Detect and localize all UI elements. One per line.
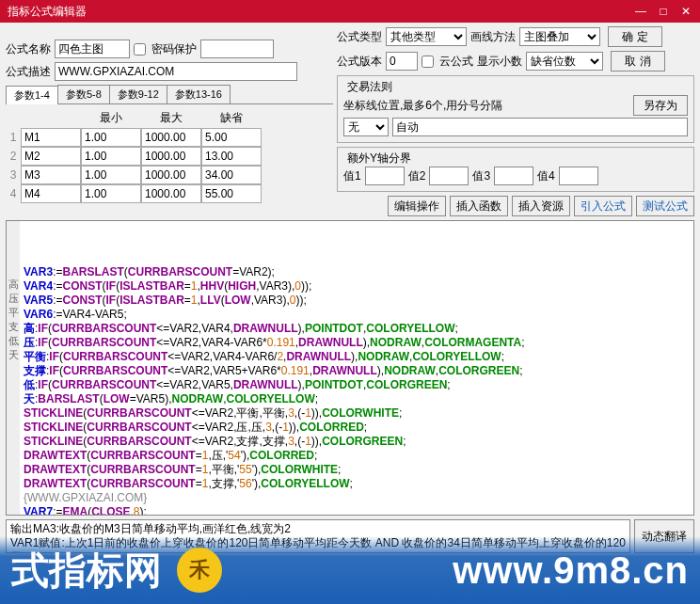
test-formula-button[interactable]: 测试公式 <box>636 196 694 216</box>
val4-label: 值4 <box>537 168 555 184</box>
param-min-input[interactable] <box>81 166 141 184</box>
tab-params-1-4[interactable]: 参数1-4 <box>6 86 58 104</box>
formula-type-select[interactable]: 其他类型 <box>386 27 467 46</box>
val3-input[interactable] <box>494 167 533 185</box>
param-max-input[interactable] <box>141 166 201 184</box>
window-title: 指标公式编辑器 <box>4 4 630 20</box>
param-def-input[interactable] <box>201 147 262 166</box>
import-formula-button[interactable]: 引入公式 <box>574 196 632 216</box>
watermark-left: 式指标网 <box>11 545 162 596</box>
param-name-input[interactable] <box>21 147 81 166</box>
titlebar: 指标公式编辑器 — □ ✕ <box>0 0 700 23</box>
formula-desc-label: 公式描述 <box>6 64 51 80</box>
table-row: 2 <box>6 147 262 166</box>
insert-func-button[interactable]: 插入函数 <box>450 196 508 216</box>
trade-rule-label: 交易法则 <box>343 79 396 95</box>
extra-y-label: 额外Y轴分界 <box>343 151 415 167</box>
param-name-input[interactable] <box>21 128 81 147</box>
insert-res-button[interactable]: 插入资源 <box>512 196 570 216</box>
maximize-button[interactable]: □ <box>653 3 674 20</box>
show-decimals-select[interactable]: 缺省位数 <box>526 52 603 71</box>
desc-line: 输出MA3:收盘价的M3日简单移动平均,画洋红色,线宽为2 <box>10 522 626 536</box>
trade-rule-select[interactable]: 无 <box>343 118 389 136</box>
val4-input[interactable] <box>559 167 598 185</box>
param-def-input[interactable] <box>201 184 262 203</box>
minimize-button[interactable]: — <box>630 3 651 20</box>
show-decimals-label: 显示小数 <box>477 54 522 70</box>
param-def-input[interactable] <box>201 166 262 184</box>
cloud-formula-checkbox[interactable] <box>422 56 434 68</box>
password-protect-checkbox[interactable] <box>134 43 146 56</box>
val3-label: 值3 <box>472 168 490 184</box>
val1-input[interactable] <box>365 167 405 185</box>
param-max-input[interactable] <box>141 128 201 147</box>
param-max-input[interactable] <box>141 184 201 203</box>
param-name-input[interactable] <box>21 184 81 203</box>
param-min-input[interactable] <box>81 128 141 147</box>
formula-name-label: 公式名称 <box>6 41 51 57</box>
param-def-input[interactable] <box>201 128 262 147</box>
edit-op-button[interactable]: 编辑操作 <box>388 196 446 216</box>
formula-type-label: 公式类型 <box>337 29 382 45</box>
draw-method-label: 画线方法 <box>470 29 516 45</box>
param-table: 最小 最大 缺省 1 2 <box>6 108 262 203</box>
param-name-input[interactable] <box>21 166 81 184</box>
val1-label: 值1 <box>343 168 361 184</box>
extra-y-fieldset: 额外Y轴分界 值1 值2 值3 值4 <box>337 147 694 192</box>
coord-hint-label: 坐标线位置,最多6个,用分号分隔 <box>343 98 629 114</box>
param-header-def: 缺省 <box>201 108 262 128</box>
password-protect-label: 密码保护 <box>151 41 197 57</box>
code-gutter: 高压平支低天 <box>7 221 20 515</box>
draw-method-select[interactable]: 主图叠加 <box>519 27 600 46</box>
formula-name-input[interactable] <box>55 40 130 58</box>
table-row: 4 <box>6 184 262 203</box>
password-input[interactable] <box>200 40 274 58</box>
cancel-button[interactable]: 取 消 <box>611 51 665 72</box>
watermark-banner: 式指标网 禾 www.9m8.cn <box>0 536 700 604</box>
table-row: 3 <box>6 166 262 184</box>
code-editor[interactable]: 高压平支低天 VAR3:=BARSLAST(CURRBARSCOUNT=VAR2… <box>6 220 694 516</box>
formula-version-input[interactable] <box>386 52 418 71</box>
param-header-max: 最大 <box>141 108 201 128</box>
param-min-input[interactable] <box>81 184 141 203</box>
watermark-logo-icon: 禾 <box>177 548 222 593</box>
val2-label: 值2 <box>408 168 426 184</box>
coord-input[interactable] <box>392 118 688 136</box>
tab-params-13-16[interactable]: 参数13-16 <box>167 85 231 103</box>
param-max-input[interactable] <box>141 147 201 166</box>
trade-rule-fieldset: 交易法则 坐标线位置,最多6个,用分号分隔 另存为 无 <box>337 75 694 143</box>
tab-params-5-8[interactable]: 参数5-8 <box>57 85 110 103</box>
val2-input[interactable] <box>429 167 469 185</box>
param-tabs: 参数1-4 参数5-8 参数9-12 参数13-16 <box>6 85 333 104</box>
save-as-button[interactable]: 另存为 <box>633 95 688 116</box>
tab-params-9-12[interactable]: 参数9-12 <box>109 85 167 103</box>
ok-button[interactable]: 确 定 <box>608 26 662 47</box>
param-min-input[interactable] <box>81 147 141 166</box>
param-header-min: 最小 <box>81 108 141 128</box>
cloud-formula-label: 云公式 <box>439 54 473 70</box>
close-button[interactable]: ✕ <box>676 3 696 20</box>
table-row: 1 <box>6 128 262 147</box>
formula-version-label: 公式版本 <box>337 54 382 70</box>
watermark-right: www.9m8.cn <box>237 549 689 592</box>
formula-desc-input[interactable] <box>55 62 297 81</box>
